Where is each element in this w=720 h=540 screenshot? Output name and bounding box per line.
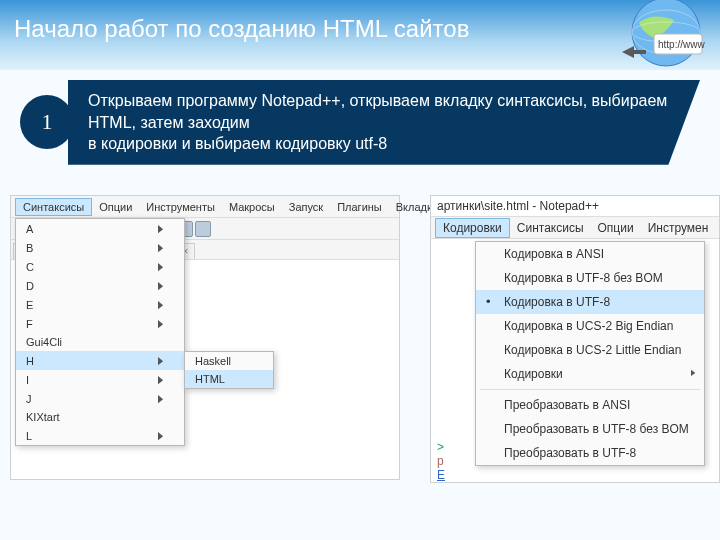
- syntax-item[interactable]: J▶: [16, 389, 184, 408]
- menu-encodings[interactable]: Кодировки: [435, 218, 510, 238]
- encoding-item-label: Кодировка в ANSI: [504, 247, 604, 261]
- chevron-right-icon: ▶: [158, 317, 163, 330]
- code-char: р: [437, 454, 444, 468]
- syntax-item-label: F: [26, 318, 33, 330]
- syntax-item-label: H: [26, 355, 34, 367]
- convert-item-label: Преобразовать в UTF-8 без BOM: [504, 422, 689, 436]
- syntax-item[interactable]: B▶: [16, 238, 184, 257]
- syntax-item-label: I: [26, 374, 29, 386]
- syntax-item-label: A: [26, 223, 33, 235]
- encoding-item-label: Кодировка в UTF-8 без BOM: [504, 271, 663, 285]
- convert-item[interactable]: Преобразовать в UTF-8: [476, 441, 704, 465]
- syntax-item[interactable]: F▶: [16, 314, 184, 333]
- chevron-right-icon: ▶: [158, 279, 163, 292]
- encoding-item[interactable]: Кодировка в UCS-2 Little Endian: [476, 338, 704, 362]
- menu-macros[interactable]: Макросы: [222, 199, 282, 215]
- convert-item[interactable]: Преобразовать в ANSI: [476, 393, 704, 417]
- menubar-right: Кодировки Синтаксисы Опции Инструмен: [431, 217, 719, 239]
- syntax-item[interactable]: C▶: [16, 257, 184, 276]
- menu-tools[interactable]: Инструменты: [139, 199, 222, 215]
- syntax-item[interactable]: I▶: [16, 370, 184, 389]
- syntax-item-label: KIXtart: [26, 411, 60, 423]
- syntax-item-label: L: [26, 430, 32, 442]
- step-number: 1: [42, 109, 53, 135]
- step-badge: 1: [20, 95, 74, 149]
- menu-tools[interactable]: Инструмен: [641, 219, 716, 237]
- encoding-item-label: Кодировка в UCS-2 Little Endian: [504, 343, 681, 357]
- menubar-left: Синтаксисы Опции Инструменты Макросы Зап…: [11, 196, 399, 218]
- syntax-item-label: E: [26, 299, 33, 311]
- syntax-item-h[interactable]: H▶ Haskell HTML: [16, 351, 184, 370]
- encoding-item-label: Кодировка в UTF-8: [504, 295, 610, 309]
- menu-syntax[interactable]: Синтаксисы: [510, 219, 591, 237]
- chevron-right-icon: ▶: [158, 429, 163, 442]
- syntax-sub-dropdown: Haskell HTML: [184, 351, 274, 389]
- window-title: артинки\site.html - Notepad++: [431, 196, 719, 217]
- chevron-right-icon: ▶: [158, 354, 163, 367]
- code-peek: > р E: [437, 440, 445, 482]
- toolbar-icon[interactable]: [195, 221, 211, 237]
- encoding-item-label: Кодировка в UCS-2 Big Endian: [504, 319, 673, 333]
- menu-options[interactable]: Опции: [92, 199, 139, 215]
- chevron-right-icon: ▶: [158, 298, 163, 311]
- chevron-right-icon: ▶: [158, 260, 163, 273]
- syntax-item[interactable]: E▶: [16, 295, 184, 314]
- syntax-item-label: J: [26, 393, 32, 405]
- syntax-item-label: B: [26, 242, 33, 254]
- menu-plugins[interactable]: Плагины: [330, 199, 389, 215]
- syntax-item-label: D: [26, 280, 34, 292]
- syntax-subitem-label: HTML: [195, 373, 225, 385]
- encoding-item-more[interactable]: Кодировки: [476, 362, 704, 386]
- screenshots-area: Синтаксисы Опции Инструменты Макросы Зап…: [0, 195, 720, 540]
- instruction-text: Открываем программу Notepad++, открываем…: [68, 80, 700, 165]
- syntax-subitem-label: Haskell: [195, 355, 231, 367]
- encoding-item-utf8[interactable]: Кодировка в UTF-8: [476, 290, 704, 314]
- menu-run[interactable]: Запуск: [282, 199, 330, 215]
- notepad-encoding-screenshot: артинки\site.html - Notepad++ Кодировки …: [430, 195, 720, 483]
- notepad-syntax-screenshot: Синтаксисы Опции Инструменты Макросы Зап…: [10, 195, 400, 480]
- syntax-dropdown: A▶ B▶ C▶ D▶ E▶ F▶ Gui4Cli H▶ Haskell HTM…: [15, 218, 185, 446]
- slide-header: Начало работ по созданию HTML сайтов htt…: [0, 0, 720, 70]
- chevron-right-icon: ▶: [158, 373, 163, 386]
- syntax-item[interactable]: Gui4Cli: [16, 333, 184, 351]
- syntax-item[interactable]: A▶: [16, 219, 184, 238]
- syntax-subitem-html[interactable]: HTML: [185, 370, 273, 388]
- instruction-panel: 1 Открываем программу Notepad++, открыва…: [20, 80, 700, 165]
- svg-text:http://www: http://www: [658, 39, 705, 50]
- encoding-item[interactable]: Кодировка в ANSI: [476, 242, 704, 266]
- convert-item[interactable]: Преобразовать в UTF-8 без BOM: [476, 417, 704, 441]
- code-char: >: [437, 440, 444, 454]
- syntax-subitem[interactable]: Haskell: [185, 352, 273, 370]
- syntax-item[interactable]: L▶: [16, 426, 184, 445]
- convert-item-label: Преобразовать в ANSI: [504, 398, 630, 412]
- globe-icon: http://www: [604, 0, 714, 82]
- syntax-item-label: Gui4Cli: [26, 336, 62, 348]
- encoding-item[interactable]: Кодировка в UTF-8 без BOM: [476, 266, 704, 290]
- encoding-item-label: Кодировки: [504, 367, 563, 381]
- menu-separator: [480, 389, 700, 390]
- encoding-dropdown: Кодировка в ANSI Кодировка в UTF-8 без B…: [475, 241, 705, 466]
- chevron-right-icon: ▶: [158, 222, 163, 235]
- syntax-item[interactable]: D▶: [16, 276, 184, 295]
- syntax-item[interactable]: KIXtart: [16, 408, 184, 426]
- convert-item-label: Преобразовать в UTF-8: [504, 446, 636, 460]
- syntax-item-label: C: [26, 261, 34, 273]
- menu-syntax[interactable]: Синтаксисы: [15, 198, 92, 216]
- menu-options[interactable]: Опции: [591, 219, 641, 237]
- chevron-right-icon: ▶: [158, 241, 163, 254]
- encoding-item[interactable]: Кодировка в UCS-2 Big Endian: [476, 314, 704, 338]
- code-char: E: [437, 468, 445, 482]
- chevron-right-icon: ▶: [158, 392, 163, 405]
